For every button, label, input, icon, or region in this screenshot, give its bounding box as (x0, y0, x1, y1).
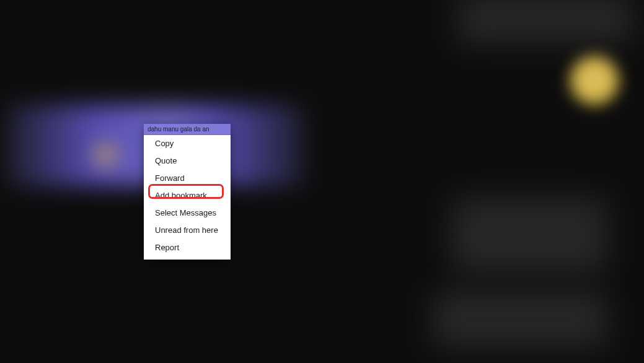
menu-item-unread-from-here[interactable]: Unread from here (144, 222, 231, 239)
blurred-avatar-yellow (570, 56, 619, 105)
menu-item-report[interactable]: Report (144, 239, 231, 260)
menu-item-forward[interactable]: Forward (144, 170, 231, 187)
blurred-message-right-middle (452, 198, 607, 273)
blurred-message-top-right (458, 0, 632, 43)
menu-item-add-bookmark[interactable]: Add bookmark (144, 187, 231, 204)
blurred-message-right-bottom (433, 291, 607, 347)
message-context-menu: dahu manu gala da an Copy Quote Forward … (144, 124, 231, 260)
menu-item-select-messages[interactable]: Select Messages (144, 204, 231, 222)
menu-header-preview: dahu manu gala da an (144, 124, 231, 135)
menu-item-quote[interactable]: Quote (144, 152, 231, 170)
menu-item-copy[interactable]: Copy (144, 135, 231, 152)
blurred-avatar-left (87, 136, 124, 173)
